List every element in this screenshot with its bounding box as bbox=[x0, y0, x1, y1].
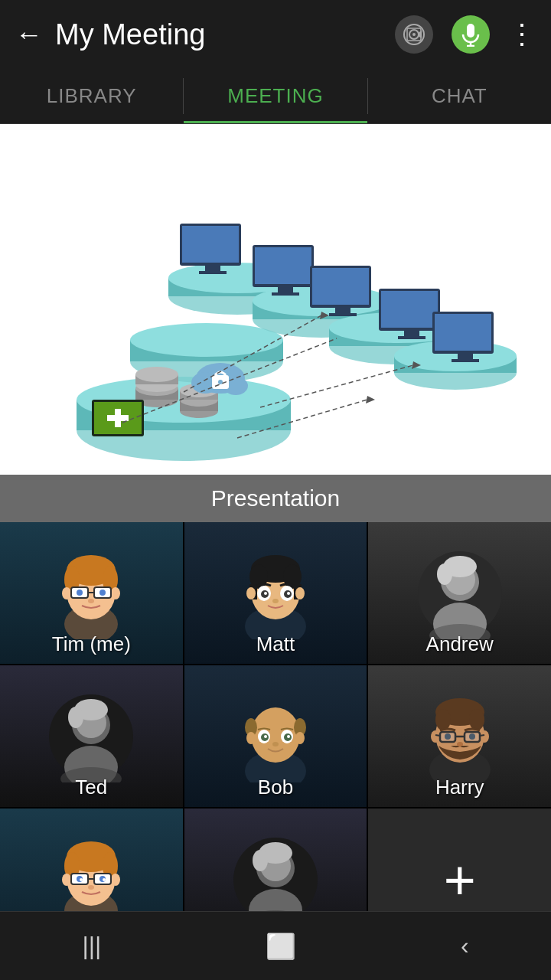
participant-name-ted: Ted bbox=[0, 776, 183, 799]
participant-bob[interactable]: Bob bbox=[184, 665, 367, 807]
app-header: ← My Meeting ⋮ bbox=[0, 0, 551, 69]
avatar-andrew bbox=[414, 547, 506, 639]
svg-point-142 bbox=[457, 742, 463, 746]
svg-rect-27 bbox=[205, 266, 220, 272]
svg-point-83 bbox=[99, 590, 106, 596]
svg-rect-28 bbox=[199, 271, 227, 274]
participant-name-andrew: Andrew bbox=[368, 632, 551, 656]
participant-ted[interactable]: Ted bbox=[0, 665, 183, 807]
svg-point-98 bbox=[264, 592, 267, 595]
svg-rect-35 bbox=[335, 308, 350, 314]
presentation-label: Presentation bbox=[0, 475, 551, 522]
more-options-button[interactable]: ⋮ bbox=[508, 18, 536, 51]
svg-point-157 bbox=[88, 885, 94, 890]
svg-point-133 bbox=[431, 730, 440, 743]
svg-rect-31 bbox=[278, 287, 293, 293]
nav-menu-button[interactable]: ||| bbox=[82, 932, 101, 960]
svg-point-93 bbox=[295, 587, 305, 599]
svg-point-82 bbox=[77, 590, 83, 596]
svg-rect-44 bbox=[452, 359, 479, 362]
svg-line-139 bbox=[480, 735, 484, 736]
svg-point-113 bbox=[68, 707, 83, 728]
svg-point-60 bbox=[218, 380, 223, 384]
svg-point-119 bbox=[246, 732, 256, 744]
svg-point-140 bbox=[445, 733, 451, 740]
svg-rect-38 bbox=[381, 291, 438, 328]
tab-chat[interactable]: CHAT bbox=[368, 69, 551, 123]
participant-name-tim: Tim (me) bbox=[0, 632, 183, 656]
participant-andrew[interactable]: Andrew bbox=[368, 522, 551, 664]
participant-name-matt: Matt bbox=[184, 632, 367, 656]
header-right: ⋮ bbox=[395, 15, 536, 54]
participants-grid: Tim (me) bbox=[0, 522, 551, 950]
svg-point-126 bbox=[287, 735, 290, 738]
svg-point-99 bbox=[287, 592, 290, 595]
diagram-container bbox=[0, 124, 551, 522]
tab-bar: LIBRARY MEETING CHAT bbox=[0, 69, 551, 124]
svg-rect-64 bbox=[107, 415, 129, 421]
tab-library[interactable]: LIBRARY bbox=[0, 69, 183, 123]
participant-matt[interactable]: Matt bbox=[184, 522, 367, 664]
svg-point-141 bbox=[469, 733, 475, 740]
svg-point-149 bbox=[111, 874, 120, 886]
participant-name-bob: Bob bbox=[184, 776, 367, 799]
svg-rect-42 bbox=[435, 314, 491, 351]
nav-back-button[interactable]: ‹ bbox=[461, 932, 469, 960]
network-diagram bbox=[31, 147, 520, 499]
svg-marker-69 bbox=[366, 396, 375, 403]
svg-line-67 bbox=[260, 365, 413, 407]
svg-point-127 bbox=[272, 742, 279, 746]
nav-home-button[interactable]: ⬜ bbox=[266, 932, 296, 961]
svg-point-131 bbox=[435, 709, 451, 730]
svg-point-163 bbox=[253, 850, 268, 871]
svg-point-120 bbox=[295, 732, 305, 744]
avatar-bob bbox=[230, 691, 321, 782]
svg-point-50 bbox=[135, 367, 178, 382]
svg-point-132 bbox=[469, 709, 484, 730]
svg-point-12 bbox=[130, 323, 283, 357]
bottom-navigation: ||| ⬜ ‹ bbox=[0, 911, 551, 980]
participant-harry[interactable]: Harry bbox=[368, 665, 551, 807]
svg-rect-36 bbox=[329, 313, 357, 316]
svg-point-125 bbox=[264, 735, 267, 738]
svg-point-2 bbox=[412, 33, 416, 36]
svg-point-92 bbox=[246, 587, 256, 599]
camera-button[interactable] bbox=[395, 15, 433, 54]
back-button[interactable]: ← bbox=[15, 18, 43, 51]
presentation-area[interactable]: Presentation bbox=[0, 124, 551, 522]
svg-rect-40 bbox=[398, 336, 425, 339]
microphone-button[interactable] bbox=[452, 15, 490, 54]
svg-rect-4 bbox=[467, 24, 474, 38]
svg-line-138 bbox=[435, 735, 440, 736]
avatar-ted bbox=[45, 691, 137, 782]
svg-point-78 bbox=[111, 587, 120, 599]
plus-icon: + bbox=[444, 848, 476, 911]
header-left: ← My Meeting bbox=[15, 18, 205, 51]
svg-rect-34 bbox=[312, 268, 369, 305]
svg-rect-30 bbox=[255, 247, 311, 284]
svg-point-134 bbox=[480, 730, 489, 743]
avatar-harry bbox=[414, 691, 506, 782]
svg-point-155 bbox=[80, 878, 83, 881]
svg-point-100 bbox=[272, 599, 279, 603]
svg-rect-39 bbox=[404, 331, 419, 337]
participant-tim[interactable]: Tim (me) bbox=[0, 522, 183, 664]
svg-rect-26 bbox=[182, 226, 239, 263]
participant-name-harry: Harry bbox=[368, 776, 551, 799]
svg-point-84 bbox=[88, 599, 94, 603]
svg-point-148 bbox=[62, 874, 71, 886]
avatar-tim bbox=[45, 547, 137, 639]
svg-rect-32 bbox=[272, 292, 299, 296]
page-title: My Meeting bbox=[55, 18, 205, 51]
avatar-matt bbox=[230, 547, 321, 639]
svg-point-77 bbox=[62, 587, 71, 599]
svg-point-106 bbox=[437, 564, 452, 585]
svg-point-156 bbox=[103, 878, 106, 881]
svg-rect-43 bbox=[458, 354, 473, 360]
tab-meeting[interactable]: MEETING bbox=[184, 69, 367, 123]
